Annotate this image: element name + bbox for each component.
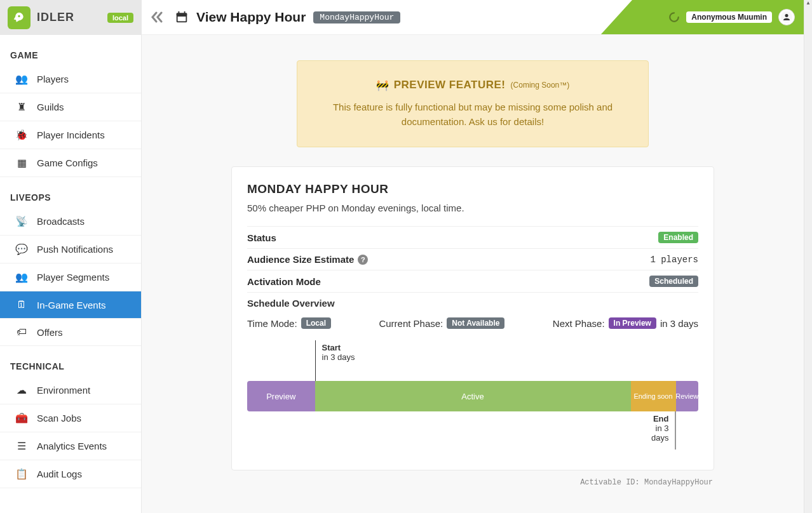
- sidebar: IDLER local GAME 👥 Players ♜ Guilds 🐞 Pl…: [0, 0, 142, 513]
- timeline-segment-preview: Preview: [247, 381, 315, 411]
- sidebar-item-analytics-events[interactable]: ☰ Analytics Events: [0, 432, 141, 460]
- sidebar-item-label: Player Incidents: [37, 130, 105, 140]
- time-mode-label: Time Mode:: [247, 318, 297, 329]
- sidebar-item-push-notifications[interactable]: 💬 Push Notifications: [0, 236, 141, 263]
- end-label: End: [651, 411, 668, 423]
- sidebar-section-technical: TECHNICAL: [0, 346, 141, 376]
- sidebar-item-label: Scan Jobs: [37, 413, 81, 423]
- status-row: Status Enabled: [247, 226, 698, 248]
- next-phase-eta: in 3 days: [660, 318, 698, 329]
- audience-row: Audience Size Estimate ? 1 players: [247, 248, 698, 270]
- svg-rect-4: [178, 17, 186, 21]
- page-title-group: View Happy Hour MondayHappyHour: [175, 10, 400, 25]
- activation-badge: Scheduled: [649, 276, 698, 287]
- bug-icon: 🐞: [15, 129, 28, 141]
- users-icon: 👥: [15, 271, 28, 283]
- user-name[interactable]: Anonymous Muumin: [686, 11, 772, 23]
- chevron-double-left-icon: [151, 11, 163, 23]
- schedule-summary-row: Time Mode: Local Current Phase: Not Avai…: [247, 317, 698, 329]
- help-icon[interactable]: ?: [358, 255, 368, 265]
- main-content: 🚧 PREVIEW FEATURE! (Coming Soon™) This f…: [142, 35, 804, 513]
- sidebar-item-label: Players: [37, 74, 69, 84]
- tags-icon: 🏷: [15, 326, 28, 338]
- schedule-header: Schedule Overview: [247, 292, 698, 317]
- sidebar-item-broadcasts[interactable]: 📡 Broadcasts: [0, 208, 141, 236]
- construction-icon: 🚧: [376, 79, 389, 91]
- sidebar-item-label: Push Notifications: [37, 244, 113, 255]
- sidebar-item-player-segments[interactable]: 👥 Player Segments: [0, 263, 141, 291]
- sidebar-item-players[interactable]: 👥 Players: [0, 65, 141, 93]
- sidebar-item-label: Broadcasts: [37, 216, 85, 227]
- sidebar-header: IDLER local: [0, 0, 141, 35]
- svg-rect-2: [179, 11, 180, 15]
- sidebar-item-scan-jobs[interactable]: 🧰 Scan Jobs: [0, 404, 141, 432]
- sidebar-item-label: Analytics Events: [37, 441, 107, 451]
- sidebar-item-label: Offers: [37, 327, 63, 338]
- sidebar-item-offers[interactable]: 🏷 Offers: [0, 319, 141, 346]
- audience-label: Audience Size Estimate ?: [247, 254, 368, 265]
- sidebar-item-environment[interactable]: ☁ Environment: [0, 376, 141, 404]
- list-icon: ☰: [15, 440, 28, 452]
- timeline: Start in 3 days Preview Active Ending so…: [247, 340, 698, 455]
- audience-value: 1 players: [650, 255, 698, 265]
- status-label: Status: [247, 232, 276, 243]
- preview-banner-subtitle: (Coming Soon™): [511, 81, 570, 90]
- table-icon: ▦: [15, 157, 28, 169]
- page-title: View Happy Hour: [196, 10, 306, 25]
- rocket-icon: [13, 11, 25, 24]
- current-phase-label: Current Phase:: [379, 318, 443, 329]
- sidebar-item-guilds[interactable]: ♜ Guilds: [0, 93, 141, 121]
- sidebar-item-label: Game Configs: [37, 157, 98, 168]
- toolbox-icon: 🧰: [15, 412, 28, 424]
- time-mode-badge: Local: [301, 317, 331, 329]
- next-phase-label: Next Phase:: [553, 318, 605, 329]
- clipboard-icon: 📋: [15, 468, 28, 480]
- current-phase-badge: Not Available: [447, 317, 504, 329]
- activable-id-footer: Activable ID: MondayHappyHour: [231, 478, 714, 487]
- event-title: MONDAY HAPPY HOUR: [247, 182, 698, 196]
- event-card: MONDAY HAPPY HOUR 50% cheaper PHP on Mon…: [231, 166, 714, 470]
- vertical-scrollbar[interactable]: [804, 0, 812, 513]
- activation-row: Activation Mode Scheduled: [247, 270, 698, 292]
- sidebar-item-label: Guilds: [37, 102, 64, 112]
- activation-label: Activation Mode: [247, 276, 321, 287]
- svg-rect-1: [177, 13, 187, 16]
- preview-banner-desc: This feature is fully functional but may…: [313, 100, 633, 129]
- sidebar-section-game: GAME: [0, 35, 141, 65]
- topbar: View Happy Hour MondayHappyHour Anonymou…: [142, 0, 804, 35]
- loading-spinner-icon: [668, 11, 680, 23]
- sidebar-item-player-incidents[interactable]: 🐞 Player Incidents: [0, 121, 141, 149]
- broadcast-icon: 📡: [15, 215, 28, 227]
- env-badge: local: [107, 13, 133, 23]
- timeline-end-marker: End in 3 days: [651, 411, 675, 450]
- svg-rect-3: [184, 11, 186, 15]
- calendar-icon: [175, 10, 189, 24]
- page-slug-badge: MondayHappyHour: [313, 11, 400, 23]
- sidebar-section-liveops: LIVEOPS: [0, 177, 141, 208]
- sidebar-item-label: In-Game Events: [37, 300, 105, 310]
- calendar-icon: 🗓: [15, 299, 28, 310]
- timeline-segment-review: Review: [676, 381, 699, 411]
- app-logo[interactable]: [8, 6, 30, 29]
- next-phase-badge: In Preview: [609, 317, 656, 329]
- timeline-segment-active: Active: [315, 381, 631, 411]
- tower-icon: ♜: [15, 101, 28, 113]
- start-eta: in 3 days: [322, 352, 355, 362]
- start-label: Start: [322, 340, 355, 352]
- users-icon: 👥: [15, 73, 28, 85]
- preview-feature-banner: 🚧 PREVIEW FEATURE! (Coming Soon™) This f…: [297, 60, 649, 147]
- sidebar-item-game-configs[interactable]: ▦ Game Configs: [0, 149, 141, 177]
- preview-banner-title: PREVIEW FEATURE!: [394, 79, 506, 91]
- app-name: IDLER: [37, 11, 74, 24]
- end-eta: in 3 days: [651, 423, 668, 443]
- event-description: 50% cheaper PHP on Monday evenings, loca…: [247, 203, 698, 213]
- sidebar-item-in-game-events[interactable]: 🗓 In-Game Events: [0, 291, 141, 319]
- sidebar-item-label: Environment: [37, 385, 90, 396]
- comment-icon: 💬: [15, 243, 28, 255]
- timeline-bar: Preview Active Ending soon Review: [247, 381, 698, 411]
- user-avatar[interactable]: [778, 9, 795, 25]
- collapse-sidebar-button[interactable]: [151, 11, 163, 23]
- status-badge: Enabled: [658, 232, 698, 243]
- sidebar-item-audit-logs[interactable]: 📋 Audit Logs: [0, 460, 141, 488]
- anonymous-icon: [780, 11, 793, 23]
